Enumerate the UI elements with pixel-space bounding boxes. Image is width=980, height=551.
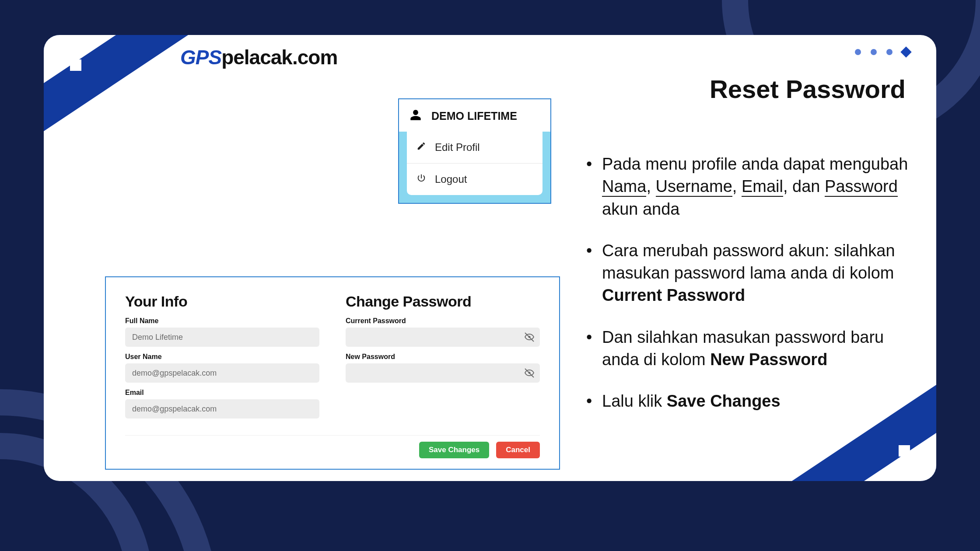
text: , xyxy=(646,177,655,195)
profile-dropdown-header: DEMO LIFETIME xyxy=(399,99,550,132)
deco-dot-3 xyxy=(886,49,892,55)
label-new-password: New Password xyxy=(346,353,540,361)
page-title: Reset Password xyxy=(710,74,906,104)
label-email: Email xyxy=(125,389,319,397)
menu-label-logout: Logout xyxy=(435,173,467,185)
text: akun anda xyxy=(602,200,680,218)
deco-dot-2 xyxy=(871,49,877,55)
corner-triangle-tl-inset xyxy=(44,35,116,83)
text: , dan xyxy=(783,177,825,195)
profile-dropdown: DEMO LIFETIME Edit Profil Logout xyxy=(398,98,551,204)
instruction-item-4: Lalu klik Save Changes xyxy=(586,390,910,412)
save-changes-button[interactable]: Save Changes xyxy=(419,442,489,458)
deco-square-br-1 xyxy=(910,464,921,475)
power-icon xyxy=(416,173,426,185)
underline-email: Email xyxy=(742,177,783,197)
logo-suffix: pelacak.com xyxy=(221,46,337,69)
deco-diamond xyxy=(900,46,911,57)
change-password-heading: Change Password xyxy=(346,293,540,310)
underline-password: Password xyxy=(825,177,898,197)
instruction-list: Pada menu profile anda dapat mengubah Na… xyxy=(586,153,910,432)
logo-prefix: GPS xyxy=(180,46,221,69)
cancel-button[interactable]: Cancel xyxy=(496,442,540,458)
pencil-icon xyxy=(416,141,426,153)
deco-dot-1 xyxy=(855,49,861,55)
menu-item-edit-profile[interactable]: Edit Profil xyxy=(407,132,542,164)
underline-username: Username xyxy=(656,177,732,197)
bold-current-password: Current Password xyxy=(602,286,745,304)
label-user-name: User Name xyxy=(125,353,319,361)
instruction-item-1: Pada menu profile anda dapat mengubah Na… xyxy=(586,153,910,220)
user-icon xyxy=(410,109,422,123)
text: Lalu klik xyxy=(602,392,667,410)
bold-save-changes: Save Changes xyxy=(667,392,780,410)
underline-nama: Nama xyxy=(602,177,646,197)
deco-square-br-2 xyxy=(899,445,910,457)
input-user-name[interactable] xyxy=(125,363,319,383)
text: , xyxy=(732,177,742,195)
deco-square-tl-1 xyxy=(59,41,70,52)
your-info-heading: Your Info xyxy=(125,293,319,310)
menu-item-logout[interactable]: Logout xyxy=(407,164,542,195)
deco-square-tl-2 xyxy=(70,59,81,71)
input-current-password[interactable] xyxy=(346,328,540,347)
settings-panel: Your Info Full Name User Name Email Chan… xyxy=(105,276,560,470)
settings-footer: Save Changes Cancel xyxy=(125,435,540,458)
instruction-item-2: Cara merubah password akun: silahkan mas… xyxy=(586,240,910,307)
deco-square-br-3 xyxy=(892,464,903,475)
text: Cara merubah password akun: silahkan mas… xyxy=(602,241,895,282)
change-password-column: Change Password Current Password New Pas… xyxy=(346,293,540,435)
your-info-column: Your Info Full Name User Name Email xyxy=(125,293,319,435)
input-new-password[interactable] xyxy=(346,363,540,383)
label-full-name: Full Name xyxy=(125,317,319,325)
label-current-password: Current Password xyxy=(346,317,540,325)
text: Pada menu profile anda dapat mengubah xyxy=(602,155,908,173)
deco-dots xyxy=(855,48,910,56)
menu-label-edit-profile: Edit Profil xyxy=(435,141,480,153)
slide-card: GPSpelacak.com Reset Password DEMO LIFET… xyxy=(44,35,936,481)
eye-off-icon[interactable] xyxy=(524,368,535,378)
profile-username: DEMO LIFETIME xyxy=(431,110,517,122)
instruction-item-3: Dan silahkan masukan password baru anda … xyxy=(586,326,910,371)
input-email[interactable] xyxy=(125,399,319,418)
bold-new-password: New Password xyxy=(710,350,827,369)
eye-off-icon[interactable] xyxy=(524,332,535,342)
input-full-name[interactable] xyxy=(125,328,319,347)
brand-logo: GPSpelacak.com xyxy=(180,45,337,69)
